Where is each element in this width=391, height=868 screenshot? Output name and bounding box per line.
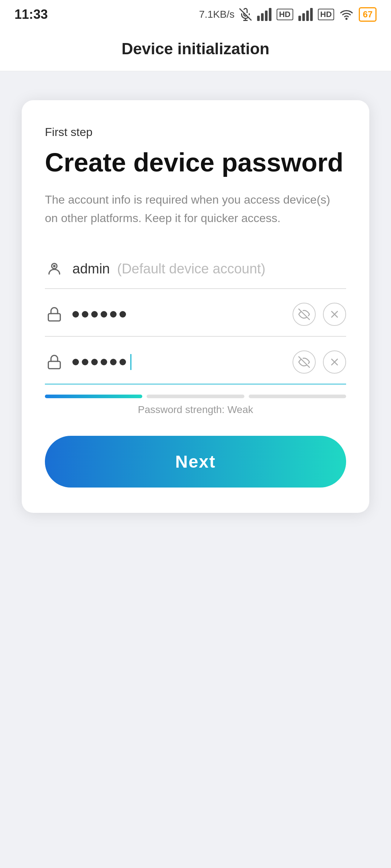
hd-badge-1: HD <box>277 9 293 20</box>
page-title: Device initialization <box>122 40 269 58</box>
toggle-password-visibility-2[interactable] <box>293 350 316 374</box>
status-icons: 7.1KB/s HD HD <box>199 7 377 22</box>
strength-segment-2 <box>147 395 244 398</box>
svg-rect-4 <box>261 13 264 21</box>
username-input-area[interactable]: admin (Default device account) <box>72 261 346 277</box>
svg-rect-14 <box>49 314 60 321</box>
card-description: The account info is required when you ac… <box>45 191 346 227</box>
strength-bar-row <box>45 395 346 398</box>
page-content: First step Create device password The ac… <box>0 71 391 542</box>
lock-icon-1 <box>45 305 64 324</box>
svg-rect-18 <box>49 361 60 369</box>
password-field-row <box>45 293 346 337</box>
next-button[interactable]: Next <box>45 436 346 488</box>
username-value: admin <box>72 261 110 277</box>
card-title: Create device password <box>45 148 346 178</box>
confirm-password-field-row <box>45 340 346 384</box>
svg-rect-8 <box>302 13 305 21</box>
svg-rect-3 <box>257 16 260 21</box>
svg-rect-6 <box>269 8 271 21</box>
svg-rect-7 <box>298 16 301 21</box>
wifi-icon <box>339 8 354 21</box>
confirm-password-field-actions <box>293 350 346 374</box>
password-dots <box>72 311 126 318</box>
svg-rect-5 <box>265 10 268 21</box>
password-field-actions <box>293 303 346 326</box>
password-strength-container: Password strength: Weak <box>45 395 346 416</box>
status-bar: 11:33 7.1KB/s HD HD <box>0 0 391 29</box>
signal-icon-1 <box>256 8 272 21</box>
username-field-row: admin (Default device account) <box>45 249 346 289</box>
mute-icon <box>239 8 252 21</box>
password-dots-area[interactable] <box>72 311 284 318</box>
strength-segment-3 <box>249 395 346 398</box>
svg-rect-10 <box>310 8 312 21</box>
svg-point-11 <box>346 18 347 20</box>
card: First step Create device password The ac… <box>22 100 369 513</box>
hd-badge-2: HD <box>318 9 335 20</box>
confirm-password-dots-area[interactable] <box>72 354 284 370</box>
status-time: 11:33 <box>14 7 48 22</box>
lock-icon-2 <box>45 353 64 371</box>
strength-segment-1 <box>45 395 142 398</box>
strength-label: Password strength: Weak <box>45 404 346 416</box>
svg-point-13 <box>54 265 55 267</box>
clear-password-1[interactable] <box>323 303 346 326</box>
step-label: First step <box>45 125 346 139</box>
svg-rect-9 <box>306 10 308 21</box>
signal-icon-2 <box>298 8 314 21</box>
confirm-password-dots <box>72 354 131 370</box>
clear-password-2[interactable] <box>323 350 346 374</box>
top-bar: Device initialization <box>0 29 391 71</box>
username-placeholder: (Default device account) <box>117 261 266 277</box>
battery-indicator: 67 <box>359 7 377 22</box>
network-speed: 7.1KB/s <box>199 9 235 20</box>
toggle-password-visibility-1[interactable] <box>293 303 316 326</box>
user-icon <box>45 259 64 278</box>
